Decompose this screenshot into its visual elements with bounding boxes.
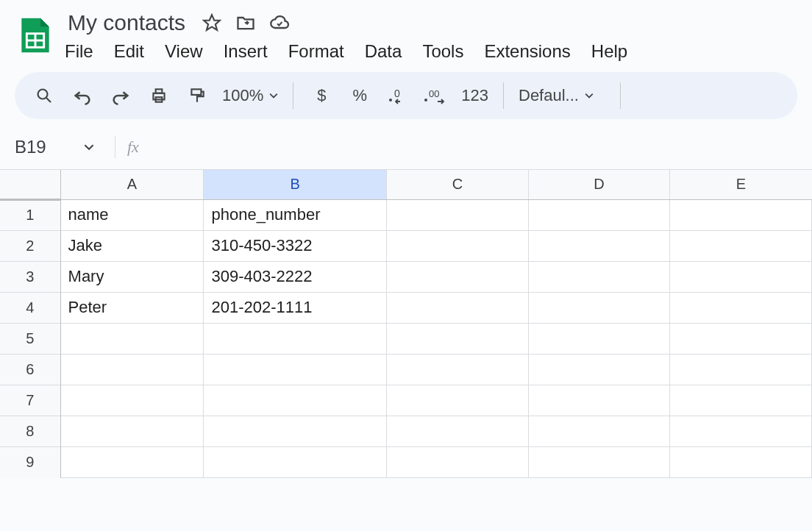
column-header-D[interactable]: D bbox=[528, 170, 670, 199]
cell-C6[interactable] bbox=[387, 354, 529, 385]
cell-A6[interactable] bbox=[60, 354, 204, 385]
cell-A5[interactable] bbox=[60, 323, 204, 354]
menu-data[interactable]: Data bbox=[365, 41, 402, 62]
menu-file[interactable]: File bbox=[65, 41, 93, 62]
number-format-button[interactable]: 123 bbox=[457, 78, 493, 113]
currency-button[interactable]: $ bbox=[304, 78, 339, 113]
menu-help[interactable]: Help bbox=[591, 41, 627, 62]
cell-B4[interactable]: 201-202-1111 bbox=[204, 292, 387, 323]
cloud-saved-icon[interactable] bbox=[269, 13, 290, 33]
cell-E4[interactable] bbox=[670, 292, 812, 323]
menu-view[interactable]: View bbox=[165, 41, 203, 62]
chevron-down-icon bbox=[84, 142, 94, 152]
cell-D3[interactable] bbox=[528, 261, 670, 292]
decrease-decimal-icon[interactable]: 0 bbox=[380, 78, 416, 113]
cell-E7[interactable] bbox=[670, 385, 812, 416]
percent-button[interactable]: % bbox=[342, 78, 377, 113]
cell-D5[interactable] bbox=[528, 323, 670, 354]
cell-D6[interactable] bbox=[528, 354, 670, 385]
zoom-selector[interactable]: 100% bbox=[218, 86, 282, 105]
spreadsheet-grid[interactable]: ABCDE1namephone_number2Jake310-450-33223… bbox=[0, 169, 812, 478]
cell-E5[interactable] bbox=[670, 323, 812, 354]
cell-B7[interactable] bbox=[204, 385, 387, 416]
print-icon[interactable] bbox=[141, 78, 177, 113]
menu-edit[interactable]: Edit bbox=[114, 41, 144, 62]
cell-C9[interactable] bbox=[387, 446, 529, 477]
font-selector[interactable]: Defaul... bbox=[514, 86, 610, 105]
svg-line-5 bbox=[46, 98, 51, 102]
increase-decimal-icon[interactable]: 00 bbox=[419, 78, 454, 113]
column-header-E[interactable]: E bbox=[670, 170, 812, 199]
doc-title[interactable]: My contacts bbox=[65, 9, 188, 37]
toolbar-separator bbox=[293, 82, 293, 109]
select-all-corner[interactable] bbox=[0, 170, 60, 199]
svg-text:0: 0 bbox=[394, 88, 400, 99]
cell-A9[interactable] bbox=[60, 446, 204, 477]
cell-D1[interactable] bbox=[528, 199, 670, 230]
row-header-7[interactable]: 7 bbox=[0, 385, 60, 416]
cell-A2[interactable]: Jake bbox=[60, 230, 204, 261]
star-icon[interactable] bbox=[202, 13, 222, 33]
cell-B1[interactable]: phone_number bbox=[204, 199, 387, 230]
redo-icon[interactable] bbox=[103, 78, 138, 113]
menu-insert[interactable]: Insert bbox=[224, 41, 268, 62]
cell-A3[interactable]: Mary bbox=[60, 261, 204, 292]
cell-C1[interactable] bbox=[387, 199, 529, 230]
row-header-6[interactable]: 6 bbox=[0, 354, 60, 385]
move-folder-icon[interactable] bbox=[235, 13, 256, 33]
cell-B6[interactable] bbox=[204, 354, 387, 385]
row-header-1[interactable]: 1 bbox=[0, 199, 60, 230]
menu-format[interactable]: Format bbox=[288, 41, 344, 62]
menu-extensions[interactable]: Extensions bbox=[484, 41, 570, 62]
cell-C8[interactable] bbox=[387, 416, 529, 446]
cell-D8[interactable] bbox=[528, 416, 670, 446]
cell-C2[interactable] bbox=[387, 230, 529, 261]
toolbar-separator bbox=[620, 82, 621, 109]
undo-icon[interactable] bbox=[65, 78, 100, 113]
svg-marker-3 bbox=[204, 15, 220, 30]
cell-D2[interactable] bbox=[528, 230, 670, 261]
chevron-down-icon bbox=[269, 91, 278, 100]
row-header-3[interactable]: 3 bbox=[0, 261, 60, 292]
svg-rect-7 bbox=[156, 89, 163, 93]
paint-format-icon[interactable] bbox=[179, 78, 215, 113]
cell-D4[interactable] bbox=[528, 292, 670, 323]
cell-E6[interactable] bbox=[670, 354, 812, 385]
cell-E1[interactable] bbox=[670, 199, 812, 230]
row-header-2[interactable]: 2 bbox=[0, 230, 60, 261]
cell-A8[interactable] bbox=[60, 416, 204, 446]
search-icon[interactable] bbox=[26, 78, 62, 113]
row-header-9[interactable]: 9 bbox=[0, 446, 60, 477]
cell-E8[interactable] bbox=[670, 416, 812, 446]
cell-E3[interactable] bbox=[670, 261, 812, 292]
row-header-8[interactable]: 8 bbox=[0, 416, 60, 446]
cell-A7[interactable] bbox=[60, 385, 204, 416]
name-box[interactable]: B19 bbox=[15, 137, 103, 157]
row-header-4[interactable]: 4 bbox=[0, 292, 60, 323]
cell-B9[interactable] bbox=[204, 446, 387, 477]
sheets-logo-icon[interactable] bbox=[15, 15, 56, 56]
svg-point-12 bbox=[424, 99, 427, 101]
row-header-5[interactable]: 5 bbox=[0, 323, 60, 354]
cell-C7[interactable] bbox=[387, 385, 529, 416]
cell-C5[interactable] bbox=[387, 323, 529, 354]
menu-tools[interactable]: Tools bbox=[422, 41, 463, 62]
cell-B5[interactable] bbox=[204, 323, 387, 354]
cell-B8[interactable] bbox=[204, 416, 387, 446]
formula-separator bbox=[115, 136, 115, 158]
cell-D7[interactable] bbox=[528, 385, 670, 416]
zoom-value: 100% bbox=[222, 86, 263, 105]
cell-B3[interactable]: 309-403-2222 bbox=[204, 261, 387, 292]
cell-B2[interactable]: 310-450-3322 bbox=[204, 230, 387, 261]
cell-D9[interactable] bbox=[528, 446, 670, 477]
fx-label: fx bbox=[127, 138, 139, 157]
cell-C3[interactable] bbox=[387, 261, 529, 292]
column-header-B[interactable]: B bbox=[204, 170, 387, 199]
column-header-C[interactable]: C bbox=[387, 170, 529, 199]
cell-E2[interactable] bbox=[670, 230, 812, 261]
column-header-A[interactable]: A bbox=[60, 170, 204, 199]
cell-A1[interactable]: name bbox=[60, 199, 204, 230]
cell-E9[interactable] bbox=[670, 446, 812, 477]
cell-A4[interactable]: Peter bbox=[60, 292, 204, 323]
cell-C4[interactable] bbox=[387, 292, 529, 323]
